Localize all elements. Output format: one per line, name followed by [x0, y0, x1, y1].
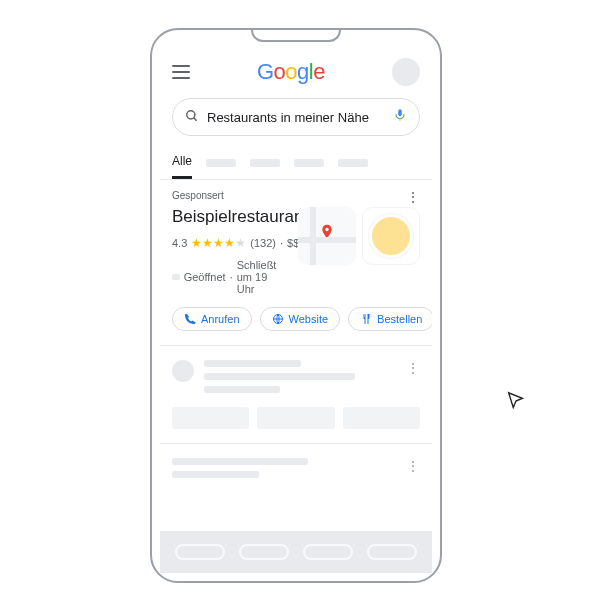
map-thumbnail[interactable]: [298, 207, 356, 265]
more-icon[interactable]: ⋮: [406, 190, 420, 204]
sponsored-label: Gesponsert: [172, 190, 420, 201]
tab-placeholder[interactable]: [294, 159, 324, 167]
placeholder-result: ⋮: [160, 444, 432, 492]
food-thumbnail[interactable]: [362, 207, 420, 265]
tab-placeholder[interactable]: [206, 159, 236, 167]
thumbnails: [298, 207, 420, 295]
sponsored-result: Gesponsert ⋮ Beispielrestaurant 4.3 ★★★★…: [160, 180, 432, 346]
header: Google: [160, 48, 432, 94]
menu-icon[interactable]: [172, 65, 190, 79]
open-status: Geöffnet: [184, 271, 226, 283]
rating-line: 4.3 ★★★★★ (132) · $$ · 1,8 km: [172, 231, 288, 255]
tab-placeholder[interactable]: [250, 159, 280, 167]
more-icon[interactable]: ⋮: [406, 360, 420, 376]
action-chips: Anrufen Website Bestellen: [172, 307, 420, 331]
search-input[interactable]: Restaurants in meiner Nähe: [172, 98, 420, 136]
phone-notch: [251, 30, 341, 42]
website-button[interactable]: Website: [260, 307, 341, 331]
status-line: Geöffnet · Schließt um 19 Uhr: [172, 259, 288, 295]
svg-point-0: [187, 110, 195, 118]
star-icons: ★★★★★: [191, 236, 246, 250]
tabs: Alle: [160, 146, 432, 180]
closing-time: Schließt um 19 Uhr: [237, 259, 288, 295]
rating-value: 4.3: [172, 237, 187, 249]
map-pin-icon: [319, 221, 335, 246]
mic-icon[interactable]: [393, 106, 407, 128]
tab-all[interactable]: Alle: [172, 146, 192, 179]
google-logo: Google: [257, 59, 325, 85]
call-button[interactable]: Anrufen: [172, 307, 252, 331]
review-count: (132): [250, 237, 276, 249]
avatar[interactable]: [392, 58, 420, 86]
svg-rect-2: [398, 109, 402, 116]
search-icon: [185, 109, 199, 126]
nav-item[interactable]: [175, 544, 225, 560]
phone-frame: Google Restaurants in meiner Nähe Alle G…: [150, 28, 442, 583]
nav-item[interactable]: [239, 544, 289, 560]
nav-item[interactable]: [303, 544, 353, 560]
cursor-icon: [505, 390, 527, 416]
search-query: Restaurants in meiner Nähe: [207, 110, 385, 125]
svg-line-1: [194, 117, 197, 120]
business-name[interactable]: Beispielrestaurant: [172, 207, 288, 227]
tab-placeholder[interactable]: [338, 159, 368, 167]
bottom-nav: [160, 531, 432, 573]
svg-point-4: [325, 228, 328, 231]
placeholder-avatar: [172, 360, 194, 382]
order-button[interactable]: Bestellen: [348, 307, 432, 331]
screen: Google Restaurants in meiner Nähe Alle G…: [160, 48, 432, 573]
nav-item[interactable]: [367, 544, 417, 560]
placeholder-result: ⋮: [160, 346, 432, 444]
more-icon[interactable]: ⋮: [406, 458, 420, 474]
